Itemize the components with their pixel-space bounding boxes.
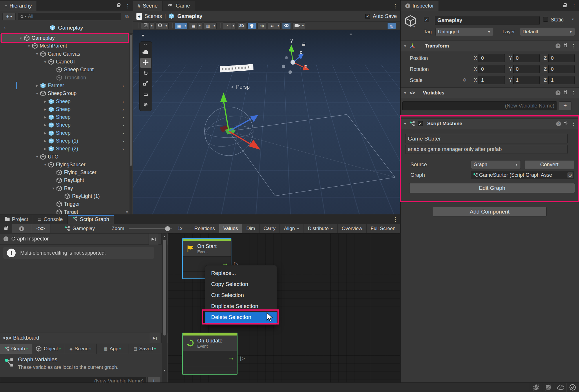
position-z-input[interactable] — [548, 54, 575, 62]
inspector-menu-icon[interactable]: ⋮ — [569, 1, 579, 11]
rotation-z-input[interactable] — [548, 65, 575, 73]
static-checkbox[interactable] — [543, 17, 548, 22]
foldout-caret[interactable]: ▼ — [42, 60, 48, 64]
snap-move-button[interactable]: ▥ — [204, 22, 212, 29]
foldout-caret[interactable]: ▼ — [18, 37, 24, 40]
hierarchy-row[interactable]: ▶Sheep› — [0, 97, 129, 105]
node-on-update[interactable]: On Update Event → — [182, 333, 238, 375]
scale-y-input[interactable] — [513, 76, 540, 84]
values-button[interactable]: Values — [219, 224, 242, 233]
foldout-caret[interactable]: ▶ — [42, 123, 48, 127]
hierarchy-menu-icon[interactable]: ⋮ — [123, 1, 133, 11]
hierarchy-row[interactable]: ▶Farmer› — [0, 82, 129, 90]
blackboard-tab-object[interactable]: Object‹› — [32, 344, 64, 354]
tab-script-graph[interactable]: Script Graph — [68, 215, 114, 224]
scene-viewport[interactable]: y z x ≺ Persp ≡ ≡ ≡≡↻▭⊕ — [133, 30, 400, 214]
dropdown-caret[interactable]: ▼ — [198, 22, 202, 29]
foldout-caret[interactable]: ▶ — [42, 115, 48, 119]
menu-item-cut-selection[interactable]: Cut Selection — [205, 290, 277, 301]
scene-menu-icon[interactable]: ⋮ — [390, 1, 400, 11]
component-menu-icon[interactable]: ⋮ — [571, 121, 576, 127]
prefab-open-icon[interactable]: › — [123, 138, 124, 143]
collapse-panel-icon[interactable]: ▶] — [150, 333, 160, 343]
tab-project[interactable]: Project — [0, 215, 33, 224]
blackboard-tab-scene[interactable]: ◈Scene‹› — [64, 344, 96, 354]
hierarchy-row[interactable]: ▼SheepGroup — [0, 90, 129, 97]
tab-scene[interactable]: #Scene — [133, 1, 162, 11]
distribute-button[interactable]: Distribute▼ — [304, 224, 338, 233]
graph-summary-field[interactable] — [405, 145, 568, 154]
align-button[interactable]: Align▼ — [280, 224, 304, 233]
help-icon[interactable]: ? — [556, 90, 560, 95]
scene-breadcrumb-current[interactable]: Gameplay — [177, 13, 202, 19]
prefab-open-icon[interactable]: › — [123, 107, 124, 112]
transform-header[interactable]: ▼ Transform ? ⋮ — [401, 41, 579, 51]
collab-off-icon[interactable] — [542, 383, 554, 392]
presets-icon[interactable] — [563, 43, 568, 49]
rotation-x-input[interactable] — [478, 65, 505, 73]
edit-graph-button[interactable]: Edit Graph — [409, 183, 575, 193]
globe-button[interactable] — [156, 22, 164, 29]
tab-inspector[interactable]: i Inspector — [401, 1, 439, 11]
foldout-caret[interactable]: ▼ — [34, 155, 40, 158]
prefab-open-icon[interactable]: › — [123, 146, 124, 151]
foldout-caret[interactable]: ▶ — [42, 139, 48, 143]
hierarchy-row[interactable]: Sheep Count — [0, 66, 129, 74]
hierarchy-row[interactable]: ▼Game Canvas — [0, 50, 129, 58]
foldout-caret[interactable]: ▼ — [403, 122, 407, 125]
move-tool-button[interactable] — [140, 58, 151, 68]
hierarchy-row[interactable]: RayLight (1) — [0, 192, 129, 200]
blackboard-toggle[interactable]: <x> — [31, 224, 50, 233]
rect-tool-button[interactable]: ▭ — [140, 89, 151, 99]
foldout-caret[interactable]: ▶ — [42, 147, 48, 151]
component-menu-icon[interactable]: ⋮ — [571, 90, 576, 96]
cloud-off-icon[interactable] — [554, 383, 566, 392]
overview-button[interactable]: Overview — [338, 224, 367, 233]
dropdown-caret[interactable]: ▼ — [150, 22, 154, 29]
dropdown-caret[interactable]: ▼ — [301, 22, 305, 29]
gameobject-name-field[interactable] — [435, 16, 540, 25]
rotation-button[interactable]: ◔ — [223, 22, 231, 29]
prefab-open-icon[interactable]: › — [123, 123, 124, 127]
prefab-open-icon[interactable]: › — [123, 115, 124, 120]
layer-dropdown[interactable]: Default▼ — [520, 28, 575, 36]
back-icon[interactable]: ‹ — [0, 22, 10, 34]
full-screen-button[interactable]: Full Screen — [367, 224, 400, 233]
lock-icon[interactable] — [560, 1, 569, 11]
component-menu-icon[interactable]: ⋮ — [571, 43, 576, 49]
overlay-handle-icon[interactable]: ≡ — [142, 33, 144, 38]
panel-scrollbar[interactable]: ▲ ▼ — [162, 234, 167, 382]
convert-button[interactable]: Convert — [524, 160, 574, 169]
menu-item-duplicate-selection[interactable]: Duplicate Selection — [205, 301, 277, 312]
foldout-caret[interactable]: ▶ — [34, 84, 40, 87]
position-y-input[interactable] — [513, 54, 540, 62]
graph-inspector-toggle[interactable]: i — [12, 224, 31, 233]
hierarchy-row[interactable]: Target — [0, 208, 129, 214]
scenes-breadcrumb[interactable]: Scenes — [145, 13, 162, 19]
overlay-handle-icon[interactable]: ≡ — [350, 32, 352, 37]
persp-label[interactable]: ≺ Persp — [230, 84, 250, 90]
lock-icon[interactable] — [114, 1, 123, 11]
auto-save-checkbox[interactable]: ✓ — [365, 14, 370, 19]
dropdown-caret[interactable]: ▼ — [276, 22, 281, 29]
camera-button[interactable] — [292, 22, 301, 29]
collapse-panel-icon[interactable]: ▶] — [149, 234, 158, 245]
add-component-button[interactable]: Add Component — [433, 207, 547, 216]
tag-dropdown[interactable]: Untagged▼ — [435, 28, 493, 36]
tab-console[interactable]: ≣Console — [33, 215, 68, 224]
script-graph-canvas[interactable]: On Start Event → ▷ On Update Event → ▷ R… — [168, 234, 400, 382]
mode-2d-button-button[interactable]: 2D — [237, 22, 246, 29]
source-dropdown[interactable]: Graph▼ — [471, 160, 521, 169]
foldout-caret[interactable]: ▼ — [50, 187, 56, 190]
active-checkbox[interactable]: ✓ — [424, 17, 429, 22]
hierarchy-row[interactable]: ▶Sheep (2)› — [0, 145, 129, 153]
scale-x-input[interactable] — [478, 76, 505, 84]
gameobject-cube-icon[interactable] — [404, 14, 417, 27]
scale-z-input[interactable] — [548, 76, 575, 84]
foldout-caret[interactable]: ▼ — [26, 44, 32, 48]
help-icon[interactable]: ? — [556, 121, 561, 126]
prefab-open-icon[interactable]: › — [123, 99, 124, 104]
position-x-input[interactable] — [478, 54, 505, 62]
rotation-y-input[interactable] — [513, 65, 540, 73]
menu-item-copy-selection[interactable]: Copy Selection — [205, 279, 277, 290]
